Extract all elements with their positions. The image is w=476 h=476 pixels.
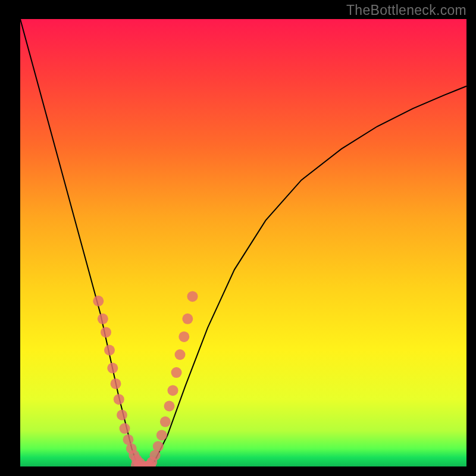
data-marker [164, 401, 175, 412]
data-marker [120, 423, 130, 434]
watermark-strip: TheBottleneck.com [0, 0, 476, 19]
data-marker [104, 345, 115, 356]
data-marker [175, 349, 186, 360]
data-marker [156, 430, 167, 440]
data-marker [178, 331, 189, 342]
data-marker [93, 296, 104, 306]
data-marker [101, 327, 111, 337]
chart-frame: TheBottleneck.com [0, 0, 476, 476]
data-marker [168, 385, 178, 396]
data-marker [160, 416, 171, 427]
data-marker [153, 441, 164, 452]
curve-layer [20, 19, 466, 466]
data-marker [117, 410, 127, 421]
data-marker [114, 394, 124, 405]
watermark-text: TheBottleneck.com [346, 2, 466, 18]
marker-cluster-right [146, 291, 198, 466]
data-marker [187, 291, 198, 302]
data-marker [111, 378, 121, 389]
data-marker [107, 363, 118, 374]
data-marker [182, 314, 193, 324]
data-marker [171, 367, 182, 378]
data-marker [98, 314, 108, 324]
plot-area [20, 19, 466, 466]
bottleneck-curve [20, 19, 466, 466]
marker-cluster-left [93, 296, 145, 466]
